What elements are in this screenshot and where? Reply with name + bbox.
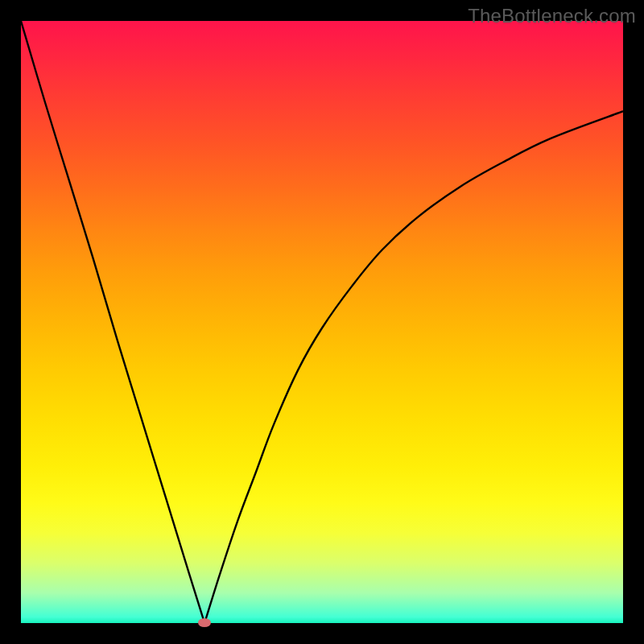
- plot-area: [21, 21, 623, 623]
- left-branch-curve: [21, 21, 204, 623]
- right-branch-curve: [204, 111, 623, 623]
- chart-frame: TheBottleneck.com: [0, 0, 644, 644]
- min-marker: [198, 618, 211, 627]
- watermark-text: TheBottleneck.com: [468, 5, 636, 27]
- curve-layer: [21, 21, 623, 623]
